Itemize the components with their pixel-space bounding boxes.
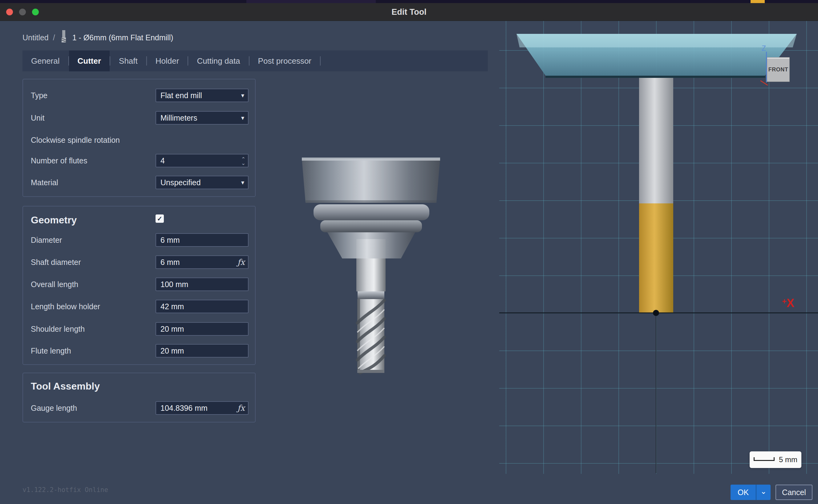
chevron-down-icon: ▾ bbox=[241, 112, 244, 124]
shoulder-length-value: 20 mm bbox=[160, 325, 184, 333]
overall-length-label: Overall length bbox=[31, 278, 78, 291]
flutes-label: Number of flutes bbox=[31, 154, 87, 167]
tab-post-processor[interactable]: Post processor bbox=[250, 50, 320, 71]
shaft-diameter-label: Shaft diameter bbox=[31, 255, 81, 269]
tab-label: Holder bbox=[155, 56, 179, 66]
flute-length-value: 20 mm bbox=[160, 346, 184, 355]
breadcrumb-tool-name: 1 - Ø6mm (6mm Flat Endmill) bbox=[72, 33, 173, 42]
x-axis-label: +X bbox=[782, 297, 794, 310]
shoulder-length-input[interactable]: 20 mm bbox=[155, 322, 249, 336]
scale-label: 5 mm bbox=[779, 455, 797, 464]
tab-label: Cutter bbox=[78, 56, 101, 66]
geometry-group: Geometry Diameter 6 mm Shaft diameter 6 … bbox=[22, 206, 256, 365]
edit-tool-window: Edit Tool Untitled / 1 - Ø6mm (6mm Flat … bbox=[0, 0, 818, 504]
diameter-value: 6 mm bbox=[160, 236, 180, 244]
ok-button[interactable]: OK ⌄ bbox=[731, 485, 771, 500]
desktop-strip-segment bbox=[247, 0, 376, 3]
ok-dropdown-chevron-icon[interactable]: ⌄ bbox=[756, 485, 771, 500]
cancel-button[interactable]: Cancel bbox=[776, 485, 812, 500]
overall-length-input[interactable]: 100 mm bbox=[155, 278, 249, 291]
shaft-diameter-value: 6 mm bbox=[160, 258, 180, 266]
flutes-stepper[interactable]: ⌃ ⌄ bbox=[240, 155, 247, 167]
tab-divider bbox=[320, 56, 321, 66]
unit-label: Unit bbox=[31, 111, 44, 125]
tab-holder[interactable]: Holder bbox=[147, 50, 188, 71]
flute-length-label: Flute length bbox=[31, 344, 71, 358]
geometry-title: Geometry bbox=[31, 214, 77, 226]
flute-length-input[interactable]: 20 mm bbox=[155, 344, 249, 358]
viewport-3d[interactable]: Z FRONT +X 5 mm bbox=[499, 21, 818, 504]
type-label: Type bbox=[31, 89, 47, 102]
ok-button-label[interactable]: OK bbox=[731, 485, 756, 500]
viewport-tool-silhouette bbox=[499, 21, 818, 504]
x-axis-plus: + bbox=[782, 297, 787, 306]
length-below-holder-input[interactable]: 42 mm bbox=[155, 300, 249, 313]
window-title: Edit Tool bbox=[0, 3, 818, 21]
version-text: v1.122.2-hotfix Online bbox=[22, 486, 108, 494]
desktop-background-strip bbox=[0, 0, 818, 3]
viewcube[interactable]: FRONT bbox=[767, 57, 790, 82]
scale-bracket-icon bbox=[754, 457, 775, 461]
gauge-length-label: Gauge length bbox=[31, 401, 77, 415]
material-value: Unspecified bbox=[160, 178, 201, 187]
tab-label: Shaft bbox=[119, 56, 138, 66]
stepper-down-icon[interactable]: ⌄ bbox=[241, 161, 246, 165]
shaft-diameter-input[interactable]: 6 mm ƒx bbox=[155, 255, 249, 269]
type-value: Flat end mill bbox=[160, 91, 202, 100]
chevron-down-icon: ▾ bbox=[241, 176, 244, 189]
material-dropdown[interactable]: Unspecified ▾ bbox=[155, 176, 249, 189]
tab-cutter[interactable]: Cutter bbox=[69, 50, 110, 71]
fx-formula-icon[interactable]: ƒx bbox=[238, 256, 245, 268]
chevron-down-icon: ▾ bbox=[241, 89, 244, 102]
tab-shaft[interactable]: Shaft bbox=[110, 50, 146, 71]
tool-assembly-group: Tool Assembly Gauge length 104.8396 mm ƒ… bbox=[22, 373, 256, 422]
gauge-length-value: 104.8396 mm bbox=[160, 404, 208, 412]
unit-value: Millimeters bbox=[160, 114, 197, 122]
fx-formula-icon[interactable]: ƒx bbox=[238, 402, 245, 414]
overall-length-value: 100 mm bbox=[160, 280, 188, 289]
tool-3d-preview bbox=[294, 153, 448, 381]
tab-general[interactable]: General bbox=[22, 50, 68, 71]
gauge-length-input[interactable]: 104.8396 mm ƒx bbox=[155, 401, 249, 415]
breadcrumb-separator: / bbox=[53, 33, 55, 42]
shoulder-length-label: Shoulder length bbox=[31, 322, 85, 336]
material-label: Material bbox=[31, 176, 58, 189]
tab-cutting-data[interactable]: Cutting data bbox=[188, 50, 249, 71]
breadcrumb: Untitled / 1 - Ø6mm (6mm Flat Endmill) bbox=[22, 30, 173, 45]
tool-assembly-title: Tool Assembly bbox=[31, 381, 100, 392]
breadcrumb-project[interactable]: Untitled bbox=[22, 33, 49, 42]
length-below-holder-label: Length below holder bbox=[31, 300, 100, 313]
z-axis-label: Z bbox=[762, 44, 766, 53]
x-axis-letter: X bbox=[787, 297, 794, 310]
endmill-icon bbox=[59, 30, 68, 46]
diameter-label: Diameter bbox=[31, 233, 62, 247]
type-dropdown[interactable]: Flat end mill ▾ bbox=[155, 89, 249, 102]
tab-bar: General Cutter Shaft Holder Cutting data… bbox=[22, 50, 488, 71]
tab-label: Post processor bbox=[258, 56, 311, 66]
diameter-input[interactable]: 6 mm bbox=[155, 233, 249, 247]
length-below-holder-value: 42 mm bbox=[160, 302, 184, 311]
cutter-properties-group: Type Flat end mill ▾ Unit Millimeters ▾ … bbox=[22, 79, 256, 197]
flutes-value: 4 bbox=[160, 156, 165, 165]
scale-indicator: 5 mm bbox=[750, 451, 801, 468]
title-bar[interactable]: Edit Tool bbox=[0, 3, 818, 21]
tab-label: Cutting data bbox=[197, 56, 240, 66]
viewcube-front-label: FRONT bbox=[768, 66, 788, 73]
desktop-strip-highlight bbox=[751, 0, 765, 3]
tab-label: General bbox=[31, 56, 60, 66]
unit-dropdown[interactable]: Millimeters ▾ bbox=[155, 111, 249, 125]
flutes-input[interactable]: 4 ⌃ ⌄ bbox=[155, 154, 249, 167]
spindle-rotation-label: Clockwise spindle rotation bbox=[31, 133, 120, 147]
